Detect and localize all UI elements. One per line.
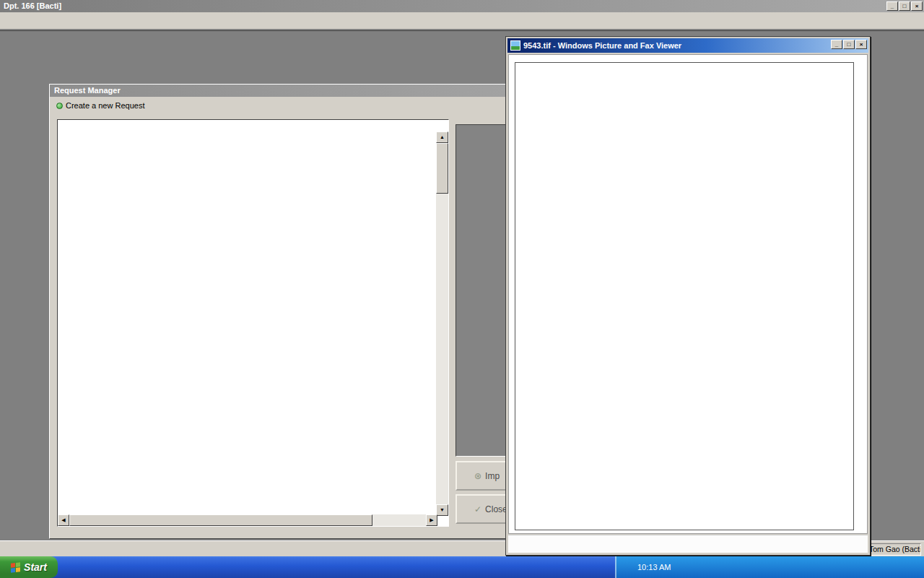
table-body	[58, 131, 437, 516]
scanned-form	[515, 62, 854, 530]
windows-flag-icon	[11, 562, 20, 572]
menu-bar	[0, 12, 924, 30]
restore-icon[interactable]: □	[899, 1, 910, 11]
viewer-title: 9543.tif - Windows Picture and Fax Viewe…	[523, 41, 681, 50]
start-button[interactable]: Start	[0, 556, 58, 578]
picture-viewer-window: 9543.tif - Windows Picture and Fax Viewe…	[505, 36, 871, 556]
clock: 10:13 AM	[637, 563, 671, 571]
desktop: Dpt. 166 [Bacti] _ □ × Request Manager C…	[0, 0, 924, 578]
logged-in-user: Tom Gao (Bacti)	[865, 543, 921, 556]
table-header	[58, 120, 448, 131]
viewer-toolbar	[508, 535, 868, 553]
scroll-right-icon[interactable]: ▶	[426, 514, 437, 526]
check-icon: ✓	[474, 504, 481, 514]
close-icon[interactable]: ×	[911, 1, 923, 11]
maximize-icon[interactable]: □	[843, 40, 855, 49]
request-table: ▲ ▼ ◀ ▶	[57, 119, 449, 527]
scroll-up-icon[interactable]: ▲	[436, 131, 448, 143]
scroll-left-icon[interactable]: ◀	[58, 514, 69, 526]
taskbar: Start 10:13 AM	[0, 556, 924, 578]
scroll-down-icon[interactable]: ▼	[436, 504, 448, 516]
create-new-request-link[interactable]: Create a new Request	[56, 101, 144, 110]
gear-icon: ⊛	[474, 471, 481, 481]
close-icon[interactable]: ×	[855, 40, 867, 49]
scroll-thumb-horizontal[interactable]	[69, 514, 372, 526]
minimize-icon[interactable]: _	[886, 1, 898, 11]
system-tray: 10:13 AM	[615, 556, 924, 578]
add-icon	[56, 103, 63, 109]
vertical-scrollbar[interactable]: ▲ ▼	[436, 131, 448, 516]
viewer-canvas	[508, 54, 868, 534]
scroll-thumb[interactable]	[436, 143, 448, 194]
main-window-title: Dpt. 166 [Bacti]	[4, 1, 61, 10]
horizontal-scrollbar[interactable]: ◀ ▶	[58, 514, 437, 526]
image-viewer-icon	[510, 40, 520, 51]
minimize-icon[interactable]: _	[831, 40, 842, 49]
viewer-titlebar[interactable]: 9543.tif - Windows Picture and Fax Viewe…	[507, 38, 868, 53]
main-window-titlebar: Dpt. 166 [Bacti] _ □ ×	[0, 0, 924, 12]
